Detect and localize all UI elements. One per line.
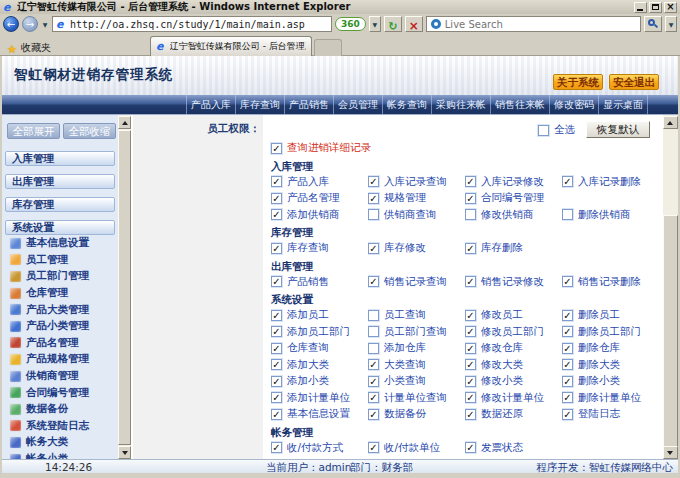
sidebar-group-header[interactable]: 出库管理 xyxy=(5,174,115,189)
maximize-icon[interactable] xyxy=(649,2,662,13)
nav-item[interactable]: 修改密码 xyxy=(549,95,598,114)
new-tab-stub[interactable] xyxy=(314,39,342,57)
permission-checkbox[interactable] xyxy=(562,409,573,420)
permission-checkbox[interactable] xyxy=(271,310,282,321)
permission-checkbox[interactable] xyxy=(368,392,379,403)
sidebar-item[interactable]: 帐务大类 xyxy=(2,434,118,451)
history-dropdown-icon[interactable] xyxy=(41,21,49,28)
sidebar-scrollbar[interactable] xyxy=(118,115,131,460)
search-input[interactable] xyxy=(445,18,636,30)
sidebar-scroll-thumb[interactable] xyxy=(118,130,131,445)
sidebar-group-header[interactable]: 系统设置 xyxy=(5,220,115,235)
nav-item[interactable]: 采购往来帐 xyxy=(431,95,490,114)
permission-checkbox[interactable] xyxy=(465,343,476,354)
badge-dropdown-button[interactable] xyxy=(369,16,381,32)
permission-checkbox[interactable] xyxy=(368,409,379,420)
permission-checkbox[interactable] xyxy=(271,442,282,453)
scroll-down-icon[interactable] xyxy=(663,446,678,459)
permission-checkbox[interactable] xyxy=(271,392,282,403)
permission-checkbox[interactable] xyxy=(562,326,573,337)
main-scroll-thumb[interactable] xyxy=(663,215,678,447)
sidebar-group-header[interactable]: 入库管理 xyxy=(5,151,115,166)
permission-checkbox[interactable] xyxy=(271,376,282,387)
permission-checkbox[interactable] xyxy=(465,243,476,254)
nav-item[interactable]: 显示桌面 xyxy=(598,95,648,114)
permission-checkbox[interactable] xyxy=(271,343,282,354)
search-dropdown-button[interactable] xyxy=(665,16,677,32)
browser-tab[interactable]: 辽宁智虹传媒有限公司 - 后台管理系统 xyxy=(150,36,312,56)
permission-checkbox[interactable] xyxy=(271,143,282,154)
nav-item[interactable]: 产品销售 xyxy=(284,95,333,114)
permission-checkbox[interactable] xyxy=(368,359,379,370)
permission-checkbox[interactable] xyxy=(465,409,476,420)
permission-checkbox[interactable] xyxy=(368,209,379,220)
permission-checkbox[interactable] xyxy=(271,243,282,254)
permission-checkbox[interactable] xyxy=(368,442,379,453)
sidebar-item[interactable]: 产品名管理 xyxy=(2,335,118,352)
permission-checkbox[interactable] xyxy=(562,392,573,403)
sidebar-item[interactable]: 基本信息设置 xyxy=(2,235,118,252)
sidebar-item[interactable]: 产品大类管理 xyxy=(2,301,118,318)
permission-checkbox[interactable] xyxy=(562,359,573,370)
permission-checkbox[interactable] xyxy=(465,326,476,337)
permission-checkbox[interactable] xyxy=(562,310,573,321)
sidebar-item[interactable]: 员工部门管理 xyxy=(2,268,118,285)
permission-checkbox[interactable] xyxy=(562,343,573,354)
permission-checkbox[interactable] xyxy=(368,276,379,287)
badge-360[interactable]: 360 xyxy=(335,17,366,31)
sidebar-item[interactable]: 员工管理 xyxy=(2,252,118,269)
select-all-checkbox[interactable] xyxy=(538,125,549,136)
back-icon[interactable] xyxy=(3,16,19,32)
nav-item[interactable]: 销售往来帐 xyxy=(490,95,549,114)
search-box[interactable] xyxy=(426,16,641,32)
permission-checkbox[interactable] xyxy=(465,310,476,321)
forward-icon[interactable] xyxy=(22,16,38,32)
permission-checkbox[interactable] xyxy=(271,409,282,420)
permission-checkbox[interactable] xyxy=(465,276,476,287)
scroll-down-icon[interactable] xyxy=(118,446,131,459)
permission-checkbox[interactable] xyxy=(271,209,282,220)
permission-checkbox[interactable] xyxy=(368,376,379,387)
permission-checkbox[interactable] xyxy=(562,376,573,387)
scroll-up-icon[interactable] xyxy=(663,116,678,129)
address-field[interactable]: http://oa.zhsq.cn/study/1/main/main.asp xyxy=(52,16,332,32)
permission-checkbox[interactable] xyxy=(368,243,379,254)
safe-logout-button[interactable]: 安全退出 xyxy=(609,74,659,90)
permission-checkbox[interactable] xyxy=(465,376,476,387)
permission-checkbox[interactable] xyxy=(271,359,282,370)
sidebar-group-header[interactable]: 库存管理 xyxy=(5,197,115,212)
sidebar-item[interactable]: 产品小类管理 xyxy=(2,318,118,335)
close-icon[interactable] xyxy=(664,2,677,13)
sidebar-item[interactable]: 仓库管理 xyxy=(2,285,118,302)
permission-checkbox[interactable] xyxy=(465,359,476,370)
permission-checkbox[interactable] xyxy=(465,176,476,187)
about-system-button[interactable]: 关于系统 xyxy=(553,74,603,90)
permission-checkbox[interactable] xyxy=(562,276,573,287)
search-button[interactable] xyxy=(644,16,662,32)
restore-default-button[interactable]: 恢复默认 xyxy=(586,121,650,138)
nav-item[interactable]: 帐务查询 xyxy=(382,95,431,114)
permission-checkbox[interactable] xyxy=(368,310,379,321)
sidebar-item[interactable]: 数据备份 xyxy=(2,401,118,418)
minimize-icon[interactable] xyxy=(634,2,647,13)
scroll-up-icon[interactable] xyxy=(118,116,131,129)
permission-checkbox[interactable] xyxy=(368,343,379,354)
collapse-all-button[interactable]: 全部收缩 xyxy=(63,123,116,139)
sidebar-item[interactable]: 系统登陆日志 xyxy=(2,418,118,435)
refresh-button[interactable] xyxy=(384,16,402,32)
main-scrollbar[interactable] xyxy=(663,115,678,460)
stop-button[interactable] xyxy=(405,16,423,32)
permission-checkbox[interactable] xyxy=(271,193,282,204)
permission-checkbox[interactable] xyxy=(562,176,573,187)
sidebar-item[interactable]: 产品规格管理 xyxy=(2,351,118,368)
sidebar-item[interactable]: 合同编号管理 xyxy=(2,384,118,401)
permission-checkbox[interactable] xyxy=(562,209,573,220)
permission-checkbox[interactable] xyxy=(271,276,282,287)
permission-checkbox[interactable] xyxy=(465,442,476,453)
permission-checkbox[interactable] xyxy=(368,326,379,337)
permission-checkbox[interactable] xyxy=(465,209,476,220)
sidebar-item[interactable]: 供销商管理 xyxy=(2,368,118,385)
nav-item[interactable]: 产品入库 xyxy=(186,95,235,114)
nav-item[interactable]: 会员管理 xyxy=(333,95,382,114)
permission-checkbox[interactable] xyxy=(271,176,282,187)
